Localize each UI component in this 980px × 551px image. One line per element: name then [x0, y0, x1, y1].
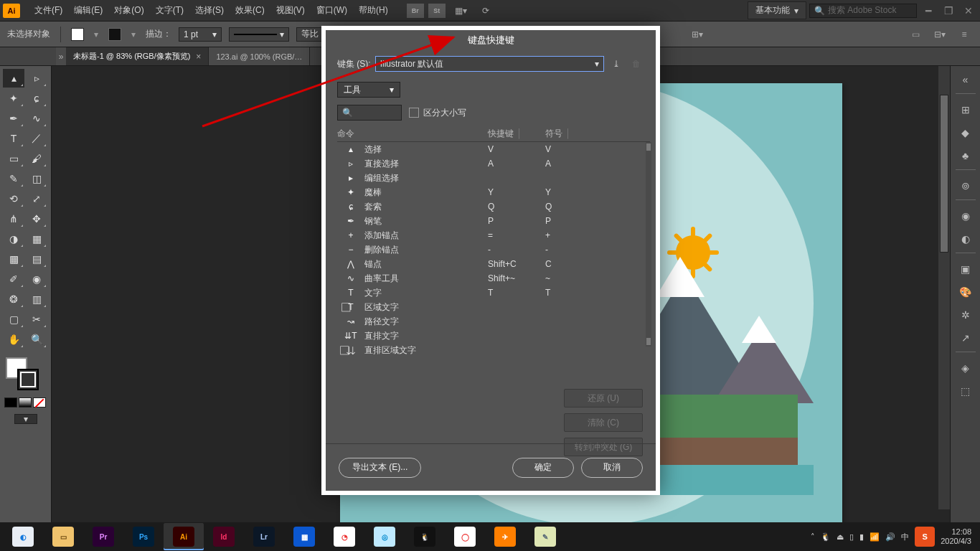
tool-magic-wand[interactable]: ✦ — [3, 89, 24, 108]
tool-selection[interactable]: ▴ — [3, 69, 24, 88]
menu-view[interactable]: 视图(V) — [270, 1, 311, 19]
panel-libraries-icon[interactable]: ♣ — [956, 146, 976, 165]
taskbar-app[interactable]: Ai — [164, 523, 204, 550]
taskbar-app[interactable]: ◔ — [324, 523, 364, 550]
tool-line[interactable]: ／ — [26, 129, 47, 148]
stroke-color[interactable] — [17, 369, 39, 390]
menu-type[interactable]: 文字(T) — [150, 1, 189, 19]
ok-button[interactable]: 确定 — [512, 458, 574, 478]
save-set-icon[interactable]: ⤓ — [608, 56, 624, 72]
table-row[interactable]: ▹直接选择AA — [337, 156, 650, 171]
panel-layers-icon[interactable]: ◆ — [956, 123, 976, 142]
menu-file[interactable]: 文件(F) — [29, 1, 68, 19]
tool-scale[interactable]: ⤢ — [26, 189, 47, 208]
panel-color-icon[interactable]: ◉ — [956, 207, 976, 225]
table-row[interactable]: +添加锚点=+ — [337, 228, 650, 242]
panel-symbols-icon[interactable]: ✲ — [956, 306, 976, 324]
arrange-docs-icon[interactable]: ▦▾ — [453, 4, 470, 18]
tool-lasso[interactable]: ɕ — [26, 89, 47, 108]
tool-brush[interactable]: 🖌 — [26, 149, 47, 168]
menu-select[interactable]: 选择(S) — [189, 1, 230, 19]
bridge-icon[interactable]: Br — [407, 4, 424, 18]
mode-gradient[interactable] — [19, 397, 32, 408]
tray-expand-icon[interactable]: ˄ — [811, 532, 815, 542]
menu-window[interactable]: 窗口(W) — [311, 1, 353, 19]
taskbar-app[interactable]: Pr — [83, 523, 123, 550]
panel-appearance-icon[interactable]: ⬚ — [956, 382, 976, 400]
tool-pen[interactable]: ✒ — [3, 109, 24, 128]
tool-shape-builder[interactable]: ◑ — [3, 230, 24, 248]
taskbar-app[interactable]: Lr — [244, 523, 284, 550]
stock-search[interactable]: 🔍 搜索 Adobe Stock — [809, 4, 917, 18]
tray-usb-icon[interactable]: ⏏ — [837, 532, 844, 542]
stroke-swatch[interactable] — [108, 28, 121, 41]
align-icon[interactable]: ⊞▾ — [689, 27, 706, 42]
table-row[interactable]: T文字TT — [337, 286, 650, 300]
panel-export-icon[interactable]: ↗ — [956, 329, 976, 347]
tool-rotate[interactable]: ⟲ — [3, 189, 24, 208]
table-row[interactable]: −删除锚点-- — [337, 242, 650, 257]
tray-network-icon[interactable]: ▮ — [859, 532, 864, 542]
doc-tab-2[interactable]: 123.ai @ 100% (RGB/… — [209, 47, 310, 65]
fill-drop[interactable]: ▾ — [91, 29, 101, 39]
menu-help[interactable]: 帮助(H) — [353, 1, 394, 19]
taskbar-app[interactable]: ◎ — [364, 523, 405, 550]
scope-select[interactable]: 工具 ▾ — [337, 82, 400, 98]
stroke-weight-input[interactable]: 1 pt▾ — [179, 27, 222, 42]
doc-tab-1[interactable]: 未标题-1 @ 83% (RGB/像素预览) × — [66, 47, 209, 65]
workspace-switcher[interactable]: 基本功能 ▾ — [748, 1, 806, 19]
tool-zoom[interactable]: 🔍 — [26, 330, 47, 349]
table-row[interactable]: ↝路径文字 — [337, 314, 650, 329]
taskbar-app[interactable]: Ps — [123, 523, 164, 550]
taskbar-app[interactable]: ◯ — [445, 523, 485, 550]
tool-direct-select[interactable]: ▹ — [26, 69, 47, 88]
panel-guide-icon[interactable]: ◐ — [956, 230, 976, 248]
fill-swatch[interactable] — [71, 28, 84, 41]
taskbar-app[interactable]: 🐧 — [405, 523, 445, 550]
window-minimize[interactable]: ━ — [920, 5, 937, 17]
taskbar-app[interactable]: ✎ — [525, 523, 565, 550]
tool-eyedrop[interactable]: ✐ — [3, 270, 24, 288]
case-sensitive-check[interactable]: 区分大小写 — [409, 107, 466, 119]
table-row[interactable]: ▴选择VV — [337, 142, 650, 156]
dock-expand-icon[interactable]: « — [956, 70, 976, 89]
prefs-icon[interactable]: ⊟▾ — [931, 27, 948, 42]
shortcut-search[interactable]: 🔍 — [337, 105, 402, 121]
tool-hand[interactable]: ✋ — [3, 330, 24, 349]
tool-perspective[interactable]: ▦ — [26, 230, 47, 248]
tool-artboard[interactable]: ▢ — [3, 310, 24, 329]
table-row[interactable]: ✒钢笔PP — [337, 214, 650, 228]
screen-mode[interactable]: ▾ — [14, 414, 37, 424]
panel-swatches-icon[interactable]: ▣ — [956, 260, 976, 278]
tool-gradient[interactable]: ▤ — [26, 250, 47, 268]
table-row[interactable]: ⃞T区域文字 — [337, 300, 650, 314]
panel-properties-icon[interactable]: ⊞ — [956, 100, 976, 119]
tray-clock[interactable]: 12:08 2020/4/3 — [941, 527, 971, 546]
stock-icon[interactable]: St — [428, 4, 446, 18]
brush-profile[interactable]: ▾ — [229, 27, 289, 42]
tray-sogou-icon[interactable]: S — [915, 527, 935, 547]
taskbar-app[interactable]: ▭ — [43, 523, 83, 550]
taskbar-app[interactable]: ▦ — [284, 523, 324, 550]
keyset-select[interactable]: Illustrator 默认值 ▾ — [375, 56, 604, 72]
stroke-drop[interactable]: ▾ — [128, 29, 138, 39]
window-close[interactable]: ✕ — [960, 5, 977, 17]
color-well[interactable] — [1, 356, 50, 396]
panel-cc-icon[interactable]: ⊚ — [956, 176, 976, 195]
tray-ime[interactable]: 中 — [901, 532, 909, 542]
mode-color[interactable] — [4, 397, 17, 408]
tool-symbol[interactable]: ❂ — [3, 290, 24, 309]
system-tray[interactable]: ˄ 🐧 ⏏ ▯ ▮ 📶 🔊 中 S 12:08 2020/4/3 — [811, 527, 977, 547]
tool-slice[interactable]: ✂ — [26, 310, 47, 329]
tool-graph[interactable]: ▥ — [26, 290, 47, 309]
panel-stroke-icon[interactable]: ◈ — [956, 359, 976, 377]
tool-rect[interactable]: ▭ — [3, 149, 24, 168]
mode-none[interactable] — [33, 397, 46, 408]
menu-object[interactable]: 对象(O) — [108, 1, 149, 19]
table-row[interactable]: ⃞⇊直排区域文字 — [337, 343, 650, 357]
menu-edit[interactable]: 编辑(E) — [68, 1, 108, 19]
tool-free[interactable]: ✥ — [26, 209, 47, 228]
table-row[interactable]: ⋀锚点Shift+CC — [337, 257, 650, 271]
table-scrollbar[interactable] — [646, 142, 651, 347]
window-restore[interactable]: ❐ — [940, 5, 957, 17]
